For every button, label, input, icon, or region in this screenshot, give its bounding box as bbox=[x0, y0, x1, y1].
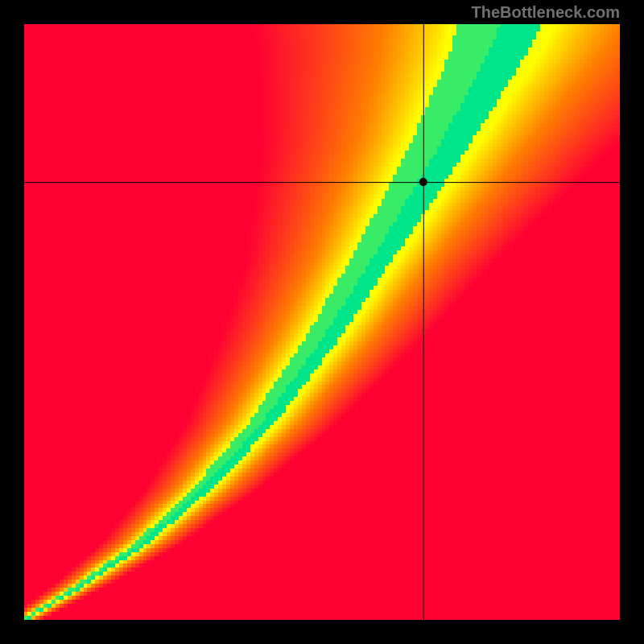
heatmap-canvas bbox=[24, 24, 620, 620]
watermark-text: TheBottleneck.com bbox=[472, 3, 620, 22]
heatmap-plot bbox=[24, 24, 620, 620]
chart-container: TheBottleneck.com bbox=[0, 0, 644, 644]
